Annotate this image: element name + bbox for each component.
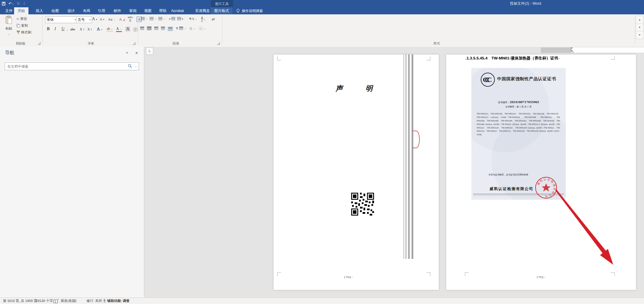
annotation-arrow[interactable] — [551, 187, 618, 269]
distribute-icon — [168, 27, 172, 30]
ribbon-tab-百度网盘[interactable]: 百度网盘 — [192, 7, 213, 14]
enclose-characters-button[interactable]: 字 — [133, 27, 138, 32]
bold-button[interactable]: B — [47, 27, 50, 31]
multilevel-list-button[interactable]: ⌄ — [158, 17, 165, 20]
highlight-button[interactable]: ab⌄ — [107, 27, 113, 31]
ribbon-tab-插入[interactable]: 插入 — [32, 7, 47, 14]
document-canvas[interactable]: L 声 明 — [144, 47, 644, 298]
document-heading: .1.3.5.5.45.4 TW-MN01-液体加热器（养生杯）证书↵ — [465, 56, 560, 61]
ribbon-tab-Acrobat[interactable]: Acrobat — [168, 7, 187, 14]
subscript-button[interactable]: X2 — [80, 27, 84, 32]
ribbon-tab-布局[interactable]: 布局 — [79, 7, 94, 14]
track-changes-indicator[interactable]: 修订: 关闭 — [86, 299, 102, 303]
nav-collapse-button[interactable]: ˅ — [126, 51, 128, 55]
clear-formatting-button[interactable]: A◢ — [119, 17, 125, 22]
page-number-footer: 1704↵ — [344, 276, 353, 279]
align-center-icon — [147, 27, 151, 30]
page-indicator[interactable]: 第 1610 页, 共 1909 页 — [3, 299, 37, 303]
first-line-indent-marker[interactable] — [570, 47, 573, 49]
paragraph-dialog-launcher[interactable] — [217, 42, 220, 45]
ribbon-tab-图片格式[interactable]: 图片格式 — [211, 7, 232, 14]
distribute-button[interactable] — [168, 27, 173, 31]
change-case-button[interactable]: Aa⌄ — [108, 17, 115, 22]
nav-close-button[interactable]: ✕ — [135, 51, 138, 55]
phonetic-guide-button[interactable]: wén文 — [128, 16, 133, 22]
shading-button[interactable]: ⌄ — [189, 27, 196, 30]
line-spacing-button[interactable]: ⇅⌄ — [176, 27, 186, 30]
font-name-select[interactable]: 宋体▾ — [45, 16, 77, 23]
redo-button[interactable]: ↻ — [17, 0, 20, 7]
styles-more-button[interactable]: ▼̄ — [636, 31, 643, 39]
bullets-button[interactable]: ⌄ — [141, 17, 148, 20]
ribbon-tab-row: 文件开始插入绘图设计布局引用邮件审阅视图帮助Acrobat百度网盘图片格式 操作… — [0, 7, 644, 14]
underline-button[interactable]: U — [62, 27, 64, 31]
styles-scroll-down-button[interactable]: ▼ — [636, 23, 643, 31]
decrease-indent-button[interactable]: ◂ — [169, 17, 175, 20]
accessibility-status[interactable]: 辅助功能: 调查 — [107, 299, 130, 303]
horizontal-ruler[interactable] — [541, 47, 644, 53]
shrink-font-button[interactable]: A▾ — [100, 17, 104, 22]
sort-button[interactable]: AZ↓ — [201, 17, 205, 22]
clipboard-dialog-launcher[interactable] — [38, 42, 40, 45]
paint-bucket-icon — [189, 27, 193, 30]
asian-layout-button[interactable]: ✳A⌄ — [189, 17, 197, 21]
align-center-button[interactable] — [147, 26, 152, 30]
search-options-dropdown-icon[interactable]: ⌄ — [135, 65, 137, 68]
grow-font-button[interactable]: A▴ — [92, 17, 97, 21]
multilevel-list-icon — [158, 17, 162, 20]
undo-dropdown-icon[interactable]: ⌄ — [12, 0, 14, 7]
search-icon[interactable] — [128, 64, 132, 69]
nav-search-placeholder: 在文档中搜索 — [7, 64, 28, 69]
numbering-button[interactable]: ⌄ — [149, 17, 157, 20]
paste-button[interactable]: 粘贴 ⌄ — [3, 16, 15, 40]
certificate-image[interactable]: CCC 中国国家强制性产品认证证书 证书编号：2024180717055965 … — [471, 68, 566, 200]
italic-button[interactable]: I — [55, 27, 56, 31]
ribbon-tab-审阅[interactable]: 审阅 — [126, 7, 140, 14]
copy-button[interactable]: 复制 — [16, 23, 28, 28]
ribbon-tab-引用[interactable]: 引用 — [94, 7, 109, 14]
underline-dropdown-icon[interactable]: ⌄ — [66, 28, 68, 31]
styles-group-label: 样式 — [428, 41, 446, 46]
font-color-button[interactable]: A⌄ — [116, 27, 122, 31]
save-button[interactable] — [2, 2, 6, 6]
ribbon-tab-邮件[interactable]: 邮件 — [110, 7, 125, 14]
character-shading-button[interactable]: A — [125, 27, 130, 31]
align-right-button[interactable] — [154, 27, 158, 30]
left-indent-marker[interactable] — [570, 51, 574, 53]
undo-button[interactable]: ↶⌄ — [9, 0, 14, 7]
page-left[interactable]: 声 明 — [273, 54, 439, 290]
red-stamp-edge — [413, 131, 420, 148]
borders-button[interactable]: ⌄ — [199, 27, 206, 30]
crop-mark — [426, 57, 430, 60]
align-left-button[interactable] — [140, 27, 144, 30]
format-painter-button[interactable]: 格式刷 — [16, 30, 31, 35]
ribbon-tab-绘图[interactable]: 绘图 — [48, 7, 62, 14]
styles-scroll-up-button[interactable]: ▲ — [636, 16, 643, 24]
page-right[interactable]: .1.3.5.5.45.4 TW-MN01-液体加热器（养生杯）证书↵ CCC … — [446, 54, 636, 290]
show-marks-button[interactable]: ⇄ — [212, 17, 215, 21]
font-dialog-launcher[interactable] — [132, 42, 135, 45]
ribbon-tab-开始[interactable]: 开始 — [14, 7, 28, 14]
word-count[interactable]: 29130 个字 — [36, 299, 53, 303]
crop-mark — [465, 272, 469, 276]
qat-customize-button[interactable]: ⌄̄ — [23, 0, 26, 7]
format-painter-icon — [16, 30, 20, 34]
paste-dropdown-icon[interactable]: ⌄ — [8, 33, 10, 35]
line-spacing-icon — [179, 27, 183, 30]
nav-search-input[interactable]: 在文档中搜索 ⌄ — [5, 62, 139, 70]
tab-stop-selector[interactable]: L — [146, 47, 153, 55]
text-effects-button[interactable]: A⌄ — [97, 27, 103, 32]
justify-button[interactable] — [161, 27, 165, 30]
ribbon-tab-视图[interactable]: 视图 — [141, 7, 155, 14]
proofing-status-icon[interactable] — [53, 300, 58, 304]
language-indicator[interactable]: 英语(美国) — [61, 299, 77, 303]
increase-indent-icon — [177, 17, 181, 20]
strikethrough-button[interactable]: abc — [70, 27, 75, 32]
tell-me-search[interactable]: 操作说明搜索 — [236, 7, 263, 14]
ribbon-tab-设计[interactable]: 设计 — [64, 7, 78, 14]
font-size-select[interactable]: 五号▾ — [76, 16, 92, 23]
superscript-button[interactable]: X2 — [87, 27, 92, 32]
styles-gallery-scroll: ▲ ▼ ▼̄ — [636, 16, 643, 39]
increase-indent-button[interactable]: ▸ — [177, 17, 183, 20]
cut-button[interactable]: ✂ 剪切 — [16, 17, 27, 21]
